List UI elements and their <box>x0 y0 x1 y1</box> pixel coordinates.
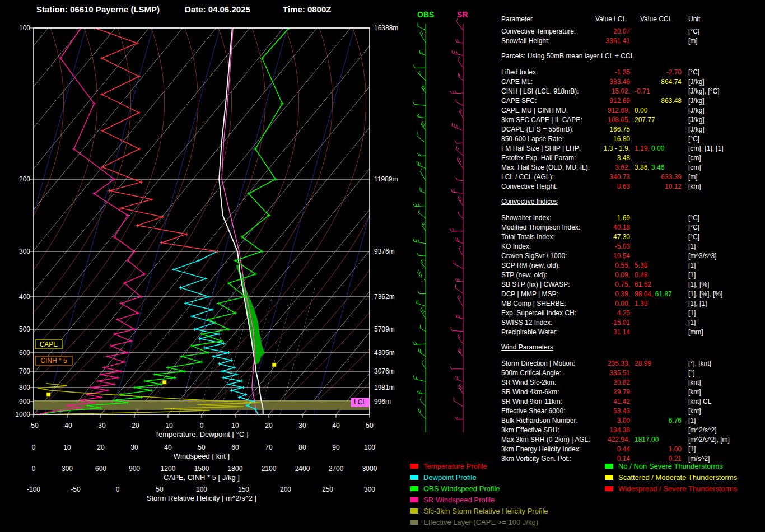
svg-text:50: 50 <box>366 422 374 430</box>
param-unit: [1] <box>688 261 696 270</box>
svg-text:90: 90 <box>332 444 340 451</box>
col-header-unit: Unit <box>688 15 700 24</box>
svg-text:Temperature, Dewpoint [ °C ]: Temperature, Dewpoint [ °C ] <box>155 430 248 438</box>
param-unit: [1] <box>688 416 696 426</box>
param-label: SR Wind 4km-6km: <box>501 388 559 397</box>
param-value-lcl: -15.01 <box>563 318 630 328</box>
obs-wind-barbs <box>413 23 426 433</box>
param-value-ccl: 0.48 <box>635 270 682 280</box>
table-row: 3km Energy Helicity Index:0.441.00[1] <box>501 445 764 454</box>
param-value-lcl: 166.75 <box>563 125 630 134</box>
table-row: Max. Hail Size (OLD, MU, IL):3.62,3.86, … <box>501 163 764 172</box>
hail-marker <box>162 380 166 384</box>
param-value-ccl: 98.04, 61.87 <box>635 290 682 299</box>
param-value-lcl: 29.79 <box>563 388 630 397</box>
table-row: Storm Direction | Motion:235.33,28.99[°]… <box>501 359 764 368</box>
svg-text:-30: -30 <box>96 422 106 430</box>
svg-text:0: 0 <box>116 486 120 493</box>
table-row: Convective Height:8.6310.12[km] <box>501 182 764 192</box>
param-unit: [1], [1] <box>688 299 707 309</box>
param-label: 850-600 Lapse Rate: <box>501 134 564 144</box>
table-row: SB STP (fix) | CWASP:0.75,61.62[1], [%] <box>501 280 764 290</box>
param-unit: [1] <box>688 270 696 280</box>
param-value-ccl: 6.76 <box>635 416 682 426</box>
sr-wind-barbs <box>450 18 463 432</box>
param-label: 3km Effective SRH: <box>501 426 559 435</box>
table-row: Estofex Exp. Hail Param:3.48[cm] <box>501 153 764 163</box>
param-unit: [m^3/s^3] <box>688 251 717 261</box>
col-header-value-lcl: Value LCL <box>595 15 626 24</box>
severity-legend-item: Scattered / Moderate Thunderstorms <box>605 472 737 483</box>
svg-text:-10: -10 <box>163 422 173 430</box>
param-unit: [cm] <box>688 163 701 172</box>
param-label: SWISS 12 Index: <box>501 318 552 328</box>
svg-text:60: 60 <box>231 444 239 451</box>
param-label: KO Index: <box>501 242 531 251</box>
param-value-lcl: 40.18 <box>563 223 630 232</box>
param-unit: [1] <box>688 318 696 328</box>
svg-text:200: 200 <box>280 486 291 493</box>
svg-text:1800: 1800 <box>228 465 243 473</box>
obs-column-label: OBS <box>417 10 434 19</box>
section-header: Convective Indices <box>501 192 764 213</box>
svg-text:-100: -100 <box>27 486 40 493</box>
param-value-lcl: -5.03 <box>563 242 630 251</box>
param-unit: [cm] <box>688 153 701 163</box>
param-value-ccl: 61.62 <box>635 280 682 290</box>
table-row: Modified Thompson Index:40.18[°C] <box>501 223 764 232</box>
svg-text:16388m: 16388m <box>374 24 398 32</box>
table-row: SR Wind 9km-11km:41.42[knt] CL <box>501 397 764 407</box>
parameter-table: ParameterValue LCLValue CCLUnitConvectiv… <box>501 15 764 464</box>
param-unit: [J/kg] <box>688 77 705 87</box>
table-row: 850-600 Lapse Rate:16.80[°C] <box>501 134 764 144</box>
svg-text:CINH * 5: CINH * 5 <box>40 357 67 365</box>
table-row: SR Wind 4km-6km:29.79[knt] <box>501 388 764 397</box>
svg-text:50: 50 <box>156 486 164 493</box>
param-unit: [°C] <box>688 134 699 144</box>
param-label: Snowfall Height: <box>501 36 550 46</box>
col-header-parameter: Parameter <box>501 15 533 24</box>
svg-text:300: 300 <box>364 486 375 493</box>
legend-label: Effective Layer (CAPE >= 100 J/kg) <box>423 518 538 526</box>
legend-label: OBS Windspeed Profile <box>423 484 500 493</box>
legend-swatch <box>605 486 613 491</box>
param-label: Lifted Index: <box>501 68 538 77</box>
param-label: CAPE MU | CINH MU: <box>501 106 568 115</box>
param-value-ccl: 863.48 <box>635 96 682 106</box>
table-row: KO Index:-5.03[1] <box>501 242 764 251</box>
param-unit: [°C] <box>688 68 699 77</box>
severity-legend-item: No / Non Severe Thunderstorms <box>605 460 737 472</box>
col-header-value-ccl: Value CCL <box>640 15 672 24</box>
svg-text:2700: 2700 <box>329 465 344 473</box>
svg-text:10: 10 <box>231 422 239 430</box>
svg-text:30: 30 <box>298 422 306 430</box>
param-value-ccl: 3.86, 3.46 <box>635 163 682 172</box>
severity-legend: No / Non Severe ThunderstormsScattered /… <box>605 460 737 494</box>
svg-text:40: 40 <box>332 422 340 430</box>
param-label: SR Wind 9km-11km: <box>501 397 562 407</box>
svg-text:-20: -20 <box>129 422 139 430</box>
table-row: Lifted Index:-1.35-2.70[°C] <box>501 68 764 77</box>
param-unit: [knt] CL <box>688 397 711 407</box>
svg-text:7362m: 7362m <box>374 293 395 301</box>
dewpoint-profile-markers <box>172 250 260 416</box>
svg-text:900: 900 <box>19 398 30 405</box>
svg-text:100: 100 <box>19 24 30 32</box>
param-value-lcl: 184.38 <box>563 426 630 435</box>
obs-windspeed-profile-markers <box>39 26 291 416</box>
svg-text:2100: 2100 <box>262 465 277 473</box>
profiles <box>35 26 291 416</box>
svg-text:1981m: 1981m <box>374 384 395 391</box>
param-value-lcl: 3.48 <box>563 153 630 163</box>
svg-text:CAPE: CAPE <box>40 340 58 348</box>
param-value-ccl: 10.12 <box>635 182 682 192</box>
param-value-lcl: 16.80 <box>563 134 630 144</box>
param-label: 500m Critical Angle: <box>501 368 561 378</box>
profile-legend: Temperature ProfileDewpoint ProfileOBS W… <box>410 460 548 528</box>
param-label: LCL / CCL (AGL): <box>501 172 554 182</box>
table-row: Total Totals Index:47.30[°C] <box>501 232 764 242</box>
svg-text:0: 0 <box>32 465 36 473</box>
param-unit: [mm] <box>688 328 703 337</box>
param-value-lcl: 41.42 <box>563 397 630 407</box>
profile-legend-item: Effective Layer (CAPE >= 100 J/kg) <box>410 516 548 528</box>
